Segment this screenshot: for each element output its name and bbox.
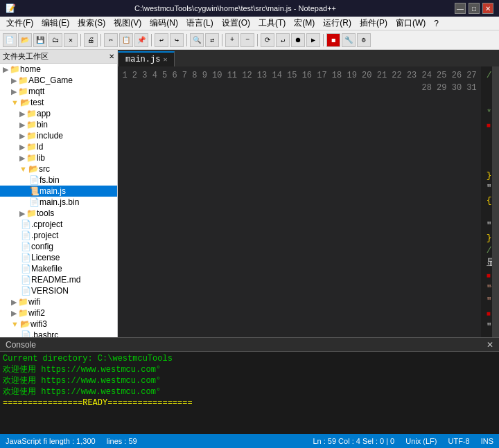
console-line: 欢迎使用 https://www.westmcu.com° xyxy=(3,364,496,375)
status-encoding: UTF-8 xyxy=(448,437,469,445)
menu-run[interactable]: 运行(R) xyxy=(319,17,355,30)
toolbar: 📄 📂 💾 🗂 ✕ 🖨 ✂ 📋 📌 ↩ ↪ 🔍 ⇄ + − ⟳ ↵ ⏺ ▶ ◼ … xyxy=(0,30,499,50)
wrap-button[interactable]: ↵ xyxy=(276,33,290,47)
folder-icon: ▶ xyxy=(11,87,17,96)
paste-button[interactable]: 📌 xyxy=(134,33,148,47)
menu-view[interactable]: 视图(V) xyxy=(110,17,145,30)
folder-icon: ▶ xyxy=(19,143,25,152)
filetree-button[interactable]: ◼ xyxy=(326,33,340,47)
menu-help[interactable]: ? xyxy=(430,18,442,29)
tree-item-wifi[interactable]: ▶ 📁 wifi xyxy=(0,296,117,307)
code-editor[interactable]: /* 项目名称：wp9 创建时间：2020年9月25日*/■显示器=OLED({… xyxy=(481,66,492,337)
editor-area: main.js ✕ 1 2 3 4 5 6 7 8 9 10 11 12 13 … xyxy=(118,50,499,337)
tree-item-wifi3[interactable]: ▼ 📂 wifi3 xyxy=(0,319,117,330)
file-icon: 📄 xyxy=(21,264,31,274)
menu-search[interactable]: 搜索(S) xyxy=(74,17,109,30)
undo-button[interactable]: ↩ xyxy=(155,33,168,47)
tree-item-ABC_Game[interactable]: ▶ 📁 ABC_Game xyxy=(0,75,117,86)
file-icon: 📄 xyxy=(29,197,40,207)
tab-main-js[interactable]: main.js ✕ xyxy=(118,51,175,66)
status-position: Ln : 59 Col : 4 Sel : 0 | 0 xyxy=(313,437,394,445)
extra-btn1[interactable]: 🔧 xyxy=(342,33,356,47)
tree-item-app[interactable]: ▶ 📁 app xyxy=(0,108,117,119)
tree-label: VERSION xyxy=(31,286,69,296)
tree-item-README-md[interactable]: 📄 README.md xyxy=(0,274,117,285)
save-all-button[interactable]: 🗂 xyxy=(49,33,62,47)
tree-item-lib[interactable]: ▶ 📁 lib xyxy=(0,152,117,163)
print-button[interactable]: 🖨 xyxy=(84,33,98,47)
tree-item--cproject[interactable]: 📄 .cproject xyxy=(0,219,117,230)
menu-file[interactable]: 文件(F) xyxy=(3,17,37,30)
tree-item-home[interactable]: ▶ 📁 home xyxy=(0,64,117,75)
menu-plugins[interactable]: 插件(P) xyxy=(356,17,391,30)
tree-item-main-js[interactable]: 📜 main.js xyxy=(0,186,117,197)
tab-bar: main.js ✕ xyxy=(118,50,499,66)
tree-item-Makefile[interactable]: 📄 Makefile xyxy=(0,263,117,274)
zoom-in-button[interactable]: + xyxy=(225,33,239,47)
title-bar-icon: 📝 xyxy=(6,3,16,13)
new-button[interactable]: 📄 xyxy=(3,33,17,47)
tree-item-test[interactable]: ▼ 📂 test xyxy=(0,97,117,108)
menu-settings[interactable]: 设置(O) xyxy=(218,17,254,30)
cut-button[interactable]: ✂ xyxy=(104,33,118,47)
menu-window[interactable]: 窗口(W) xyxy=(392,17,429,30)
tree-item-bin[interactable]: ▶ 📁 bin xyxy=(0,119,117,130)
menu-language[interactable]: 语言(L) xyxy=(183,17,217,30)
open-button[interactable]: 📂 xyxy=(18,33,32,47)
zoom-out-button[interactable]: − xyxy=(240,33,254,47)
status-right: Ln : 59 Col : 4 Sel : 0 | 0 Unix (LF) UT… xyxy=(313,437,493,445)
vertical-scrollbar[interactable] xyxy=(492,66,499,337)
menu-edit[interactable]: 编辑(E) xyxy=(38,17,73,30)
tree-item-config[interactable]: 📄 config xyxy=(0,241,117,252)
close-button2[interactable]: ✕ xyxy=(64,33,78,47)
menu-macro[interactable]: 宏(M) xyxy=(290,17,318,30)
replace-button[interactable]: ⇄ xyxy=(205,33,219,47)
toolbar-sep-2 xyxy=(100,34,101,46)
console-close-icon[interactable]: ✕ xyxy=(487,340,493,350)
tree-item-VERSION[interactable]: 📄 VERSION xyxy=(0,285,117,296)
tree-item-mqtt[interactable]: ▶ 📁 mqtt xyxy=(0,86,117,97)
tree-label: include xyxy=(37,131,63,141)
tree-item-main-js-bin[interactable]: 📄 main.js.bin xyxy=(0,197,117,208)
maximize-button[interactable]: □ xyxy=(469,3,480,14)
sync-button[interactable]: ⟳ xyxy=(261,33,274,47)
folder-icon: ▶ xyxy=(3,65,8,74)
menu-encoding[interactable]: 编码(N) xyxy=(146,17,182,30)
tree-item-include[interactable]: ▶ 📁 include xyxy=(0,130,117,141)
tree-label: test xyxy=(30,98,44,107)
tree-label: main.js.bin xyxy=(40,197,79,207)
tree-item--bashrc[interactable]: 📄 .bashrc xyxy=(0,330,117,337)
run-button[interactable]: ▶ xyxy=(306,33,320,47)
folder-icon: ▶ xyxy=(19,154,25,163)
tree-label: README.md xyxy=(31,275,80,285)
title-bar-controls: — □ ✕ xyxy=(455,3,493,14)
tree-label: wifi xyxy=(28,297,40,307)
fold-marker: ■ xyxy=(487,308,491,321)
tree-item-ld[interactable]: ▶ 📁 ld xyxy=(0,141,117,152)
tree-item-fs-bin[interactable]: 📄 fs.bin xyxy=(0,174,117,186)
tree-item-License[interactable]: 📄 License xyxy=(0,252,117,263)
folder-icon: ▼ xyxy=(11,320,19,328)
console-line: 欢迎使用 https://www.westmcu.com° xyxy=(3,386,496,397)
tree-item-wifi2[interactable]: ▶ 📁 wifi2 xyxy=(0,307,117,319)
folder-icon: ▶ xyxy=(11,76,17,85)
tree-label: License xyxy=(31,253,60,262)
tab-close-icon[interactable]: ✕ xyxy=(163,55,167,64)
find-button[interactable]: 🔍 xyxy=(190,33,204,47)
tree-item-src[interactable]: ▼ 📂 src xyxy=(0,163,117,174)
tree-item--project[interactable]: 📄 .project xyxy=(0,230,117,241)
tree-label: app xyxy=(37,109,51,118)
tree-item-tools[interactable]: ▶ 📁 tools xyxy=(0,208,117,219)
save-button[interactable]: 💾 xyxy=(33,33,47,47)
macro-button[interactable]: ⏺ xyxy=(291,33,305,47)
file-icon: 📄 xyxy=(21,286,31,296)
close-button[interactable]: ✕ xyxy=(482,3,493,14)
status-length: JavaScript fi length : 1,300 xyxy=(6,437,96,445)
minimize-button[interactable]: — xyxy=(455,3,466,14)
copy-button[interactable]: 📋 xyxy=(119,33,133,47)
title-bar: 📝 C:\westmcuTools\cygwin\home\test\src\m… xyxy=(0,0,499,17)
redo-button[interactable]: ↪ xyxy=(170,33,184,47)
file-icon: 📄 xyxy=(21,330,31,337)
menu-tools[interactable]: 工具(T) xyxy=(255,17,289,30)
extra-btn2[interactable]: ⚙ xyxy=(357,33,371,47)
